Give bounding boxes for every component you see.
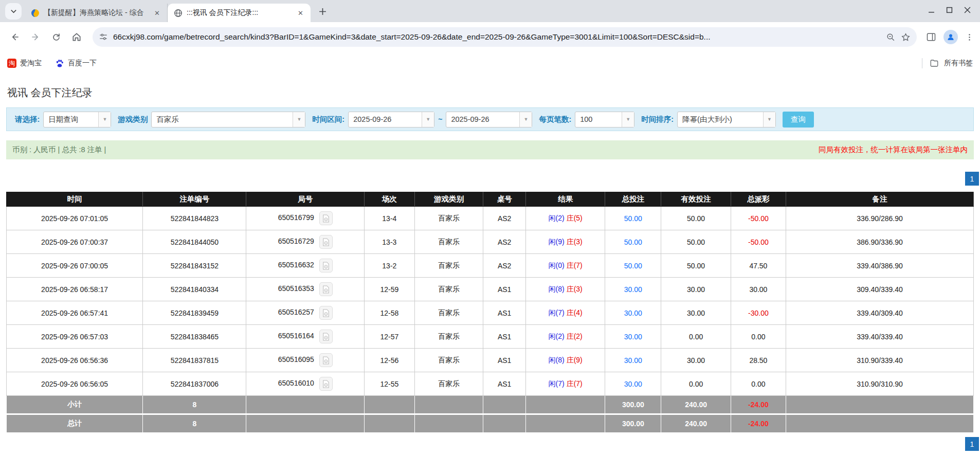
cell-session: 12-56 bbox=[364, 349, 414, 372]
bookmark-taobao[interactable]: 淘 爱淘宝 bbox=[7, 59, 42, 68]
address-bar[interactable]: 66cxkj98.com/game/betrecord_search/kind3… bbox=[93, 27, 917, 47]
window-minimize-button[interactable] bbox=[928, 7, 935, 13]
cell-total-bet[interactable]: 50.00 bbox=[605, 230, 661, 254]
globe-icon bbox=[174, 9, 183, 17]
chevron-down-icon: ▼ bbox=[293, 112, 305, 127]
close-tab-icon[interactable]: ✕ bbox=[152, 8, 162, 18]
video-replay-button[interactable] bbox=[319, 353, 333, 367]
cell-session: 12-55 bbox=[364, 372, 414, 396]
video-replay-button[interactable] bbox=[319, 377, 333, 391]
video-replay-button[interactable] bbox=[319, 211, 333, 225]
video-replay-button[interactable] bbox=[319, 306, 333, 320]
side-panel-icon[interactable] bbox=[926, 32, 936, 42]
cell-result: 闲(9)庄(3) bbox=[526, 230, 605, 254]
cell-bet-id: 522841844823 bbox=[143, 207, 246, 230]
all-bookmarks-button[interactable]: 所有书签 bbox=[944, 59, 973, 68]
page-number-button[interactable]: 1 bbox=[965, 172, 979, 186]
date-range-tilde: ~ bbox=[438, 115, 442, 123]
table-body: 2025-09-26 07:01:05522841844823650516799… bbox=[7, 207, 974, 396]
cell-table-no: AS1 bbox=[483, 325, 526, 349]
result-banker: 庄(3) bbox=[567, 285, 583, 293]
cell-table-no: AS2 bbox=[483, 207, 526, 230]
date-start-select[interactable]: 2025-09-26 ▼ bbox=[348, 112, 434, 128]
sort-order-select[interactable]: 降幂(由大到小) ▼ bbox=[677, 112, 776, 128]
bookmark-baidu[interactable]: 百度一下 bbox=[55, 59, 97, 68]
cell-game-type: 百家乐 bbox=[414, 325, 483, 349]
menu-kebab-icon[interactable] bbox=[965, 33, 974, 42]
filter-label-date-range: 时间区间: bbox=[312, 115, 344, 124]
result-banker: 庄(4) bbox=[567, 308, 583, 317]
date-end-select[interactable]: 2025-09-26 ▼ bbox=[446, 112, 532, 128]
window-maximize-button[interactable] bbox=[946, 7, 953, 13]
cell-valid-bet: 30.00 bbox=[661, 349, 731, 372]
column-header-4: 游戏类别 bbox=[414, 192, 483, 207]
column-header-7: 总投注 bbox=[605, 192, 661, 207]
pagination-bottom: 1 bbox=[6, 437, 979, 451]
cell-total-bet[interactable]: 30.00 bbox=[605, 278, 661, 301]
new-tab-button[interactable] bbox=[315, 4, 330, 19]
video-file-icon bbox=[322, 262, 330, 270]
cell-valid-bet: 50.00 bbox=[661, 254, 731, 278]
page-size-select[interactable]: 100 ▼ bbox=[575, 112, 634, 128]
page-number-button[interactable]: 1 bbox=[965, 437, 979, 451]
chevron-down-icon: ▼ bbox=[763, 112, 775, 127]
window-close-button[interactable] bbox=[964, 7, 971, 13]
cell-time: 2025-09-26 07:00:37 bbox=[7, 230, 143, 254]
folder-icon bbox=[930, 59, 939, 68]
cell-time: 2025-09-26 06:57:41 bbox=[7, 301, 143, 325]
game-type-select[interactable]: 百家乐 ▼ bbox=[151, 112, 305, 128]
zoom-icon[interactable] bbox=[886, 32, 896, 42]
bookmarks-bar: 淘 爱淘宝 百度一下 所有书签 bbox=[0, 52, 980, 75]
table-row: 2025-09-26 07:00:05522841843152650516632… bbox=[7, 254, 974, 278]
home-button[interactable] bbox=[68, 28, 85, 46]
search-button[interactable]: 查询 bbox=[783, 112, 814, 128]
url-text[interactable]: 66cxkj98.com/game/betrecord_search/kind3… bbox=[113, 32, 881, 42]
cell-payout: 28.50 bbox=[731, 349, 786, 372]
forward-button[interactable] bbox=[27, 28, 44, 46]
subtotal-row: 小计 8 300.00 240.00 -24.00 bbox=[7, 396, 974, 414]
close-tab-icon[interactable]: ✕ bbox=[296, 8, 305, 18]
cell-total-bet[interactable]: 30.00 bbox=[605, 301, 661, 325]
chevron-down-icon: ▼ bbox=[98, 112, 111, 127]
tab-title: 【新提醒】海燕策略论坛 - 综合 bbox=[44, 8, 148, 17]
video-replay-button[interactable] bbox=[319, 235, 333, 249]
table-row: 2025-09-26 06:56:05522841837006650516010… bbox=[7, 372, 974, 396]
reload-button[interactable] bbox=[47, 28, 65, 46]
cell-total-bet[interactable]: 50.00 bbox=[605, 254, 661, 278]
site-settings-icon[interactable] bbox=[99, 32, 108, 42]
cell-note: 339.40/309.40 bbox=[786, 301, 974, 325]
query-mode-select[interactable]: 日期查询 ▼ bbox=[43, 112, 111, 128]
tab-forum[interactable]: 【新提醒】海燕策略论坛 - 综合 ✕ bbox=[25, 4, 168, 22]
cell-table-no: AS1 bbox=[483, 349, 526, 372]
cell-time: 2025-09-26 06:57:03 bbox=[7, 325, 143, 349]
back-button[interactable] bbox=[6, 28, 24, 46]
bookmark-star-icon[interactable] bbox=[901, 32, 911, 42]
column-header-10: 备注 bbox=[786, 192, 974, 207]
cell-total-bet[interactable]: 30.00 bbox=[605, 372, 661, 396]
result-player: 闲(0) bbox=[549, 261, 565, 269]
cell-session: 12-57 bbox=[364, 325, 414, 349]
video-file-icon bbox=[322, 309, 330, 317]
tab-search-button[interactable] bbox=[5, 3, 22, 20]
tab-bet-record[interactable]: :::视讯 会员下注纪录::: ✕ bbox=[168, 4, 311, 22]
filter-label-sort: 时间排序: bbox=[641, 115, 674, 124]
video-replay-button[interactable] bbox=[319, 330, 333, 343]
result-banker: 庄(3) bbox=[567, 238, 583, 246]
plus-icon bbox=[319, 8, 326, 15]
cell-game-type: 百家乐 bbox=[414, 207, 483, 230]
cell-total-bet[interactable]: 50.00 bbox=[605, 207, 661, 230]
subtotal-count: 8 bbox=[143, 396, 246, 414]
chevron-down-icon: ▼ bbox=[622, 112, 634, 127]
profile-avatar[interactable] bbox=[943, 30, 958, 44]
taobao-icon: 淘 bbox=[7, 59, 16, 68]
column-header-0: 时间 bbox=[7, 192, 143, 207]
total-label: 总计 bbox=[7, 414, 143, 433]
cell-round: 650516729 bbox=[246, 230, 364, 254]
video-replay-button[interactable] bbox=[319, 282, 333, 296]
cell-total-bet[interactable]: 30.00 bbox=[605, 325, 661, 349]
cell-total-bet[interactable]: 30.00 bbox=[605, 349, 661, 372]
table-row: 2025-09-26 06:58:17522841840334650516353… bbox=[7, 278, 974, 301]
cell-time: 2025-09-26 06:58:17 bbox=[7, 278, 143, 301]
video-replay-button[interactable] bbox=[319, 259, 333, 272]
browser-toolbar: 66cxkj98.com/game/betrecord_search/kind3… bbox=[0, 22, 980, 52]
